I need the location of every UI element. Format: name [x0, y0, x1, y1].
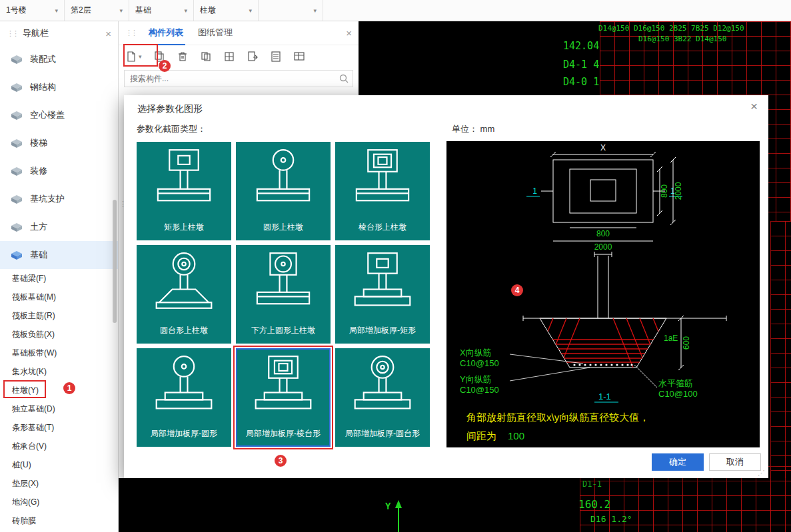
nav-item-label: 基坑支护: [30, 193, 65, 205]
component-search: [124, 70, 353, 87]
drag-handle-icon[interactable]: ⋮⋮: [7, 29, 17, 38]
nav-sub-strip-foundation[interactable]: 条形基础(T): [0, 418, 118, 437]
tile-thick-circle[interactable]: 局部增加板厚-圆形: [137, 348, 231, 447]
search-input[interactable]: [124, 70, 353, 87]
module-icon: [11, 194, 23, 204]
section-type-label: 参数化截面类型：: [137, 123, 206, 135]
nav-sub-label: 基础梁(F): [12, 273, 46, 284]
tile-label: 圆台形上柱墩: [160, 325, 208, 336]
tab-drawing-management[interactable]: 图纸管理: [196, 21, 235, 45]
svg-text:2000: 2000: [594, 242, 612, 252]
list-view-button[interactable]: [270, 51, 282, 63]
nav-sub-label: 筏板负筋(X): [12, 329, 55, 340]
grid-plus-icon: [223, 51, 235, 63]
thick-circle-icon: [147, 355, 221, 421]
component-select[interactable]: ▾: [259, 0, 323, 21]
nav-item-hollow-floor[interactable]: 空心楼盖: [0, 101, 118, 129]
tile-circle-pier[interactable]: 圆形上柱墩: [236, 142, 331, 240]
nav-sub-label: 独立基础(D): [12, 403, 55, 415]
attributes-button[interactable]: [293, 51, 305, 63]
annotation-box-column-pier: [3, 380, 46, 398]
nav-sub-pile[interactable]: 桩(U): [0, 455, 118, 474]
step-marker-4: 4: [511, 284, 523, 296]
chevron-down-icon: ▾: [249, 7, 252, 14]
module-icon: [11, 138, 23, 148]
tile-square-circle-pier[interactable]: 下方上圆形上柱墩: [236, 245, 331, 344]
duplicate-button[interactable]: [200, 51, 212, 63]
floor-select[interactable]: 第2层 ▾: [65, 0, 129, 21]
nav-item-decoration[interactable]: 装修: [0, 157, 118, 185]
nav-item-stairs[interactable]: 楼梯: [0, 129, 118, 157]
cad-grid-right-sliver: [770, 221, 791, 478]
chevron-down-icon: ▾: [119, 7, 123, 14]
close-icon[interactable]: ×: [750, 99, 758, 114]
list-icon: [270, 51, 282, 63]
cancel-button[interactable]: 取消: [709, 453, 761, 471]
svg-text:X: X: [600, 143, 606, 152]
nav-sub-label: 桩(U): [12, 459, 31, 471]
tile-frustum-pier[interactable]: 棱台形上柱墩: [335, 142, 430, 240]
nav-item-pit-support[interactable]: 基坑支护: [0, 185, 118, 213]
cad-dim-text: D14@150 D16@150 2B25 7B25 D12@150: [598, 24, 744, 33]
svg-text:Y向纵筋: Y向纵筋: [460, 374, 492, 384]
tile-cone-pier[interactable]: 圆台形上柱墩: [137, 245, 231, 344]
nav-sub-slab-band[interactable]: 基础板带(W): [0, 344, 118, 362]
nav-sub-foundation-beam[interactable]: 基础梁(F): [0, 269, 118, 288]
nav-item-earthwork[interactable]: 土方: [0, 213, 118, 241]
navigation-panel: ⋮⋮ 导航栏 × 装配式 钢结构 空心楼盖 楼梯 装修 基坑支护 土方 基础 基…: [0, 21, 119, 532]
resize-handle-icon[interactable]: ⋰: [758, 469, 765, 477]
svg-text:X向纵筋: X向纵筋: [460, 348, 492, 358]
thick-rect-icon: [346, 252, 419, 318]
export-button[interactable]: [247, 51, 259, 63]
tab-component-list[interactable]: 构件列表: [147, 21, 185, 45]
nav-item-label: 装配式: [30, 53, 56, 65]
store-button[interactable]: [223, 51, 235, 63]
circle-pier-icon: [247, 148, 320, 215]
nav-sub-brick-form[interactable]: 砖胎膜: [0, 511, 118, 530]
svg-text:1-1: 1-1: [598, 392, 611, 401]
thick-cone-icon: [346, 355, 419, 421]
element-select[interactable]: 柱墩 ▾: [194, 0, 259, 21]
nav-scrollbar-thumb[interactable]: [113, 200, 117, 323]
ok-button[interactable]: 确定: [652, 453, 704, 471]
close-icon[interactable]: ×: [346, 28, 352, 38]
tile-rect-pier[interactable]: 矩形上柱墩: [137, 142, 231, 240]
delete-component-button[interactable]: [177, 51, 189, 63]
cad-dim-text: 142.04: [563, 40, 599, 52]
cad-dim-text: D16 1.2°: [590, 514, 632, 524]
nav-sub-trench[interactable]: 地沟(G): [0, 493, 118, 511]
tile-label: 矩形上柱墩: [164, 222, 204, 233]
svg-text:1aE: 1aE: [664, 334, 678, 343]
nav-sub-raft-neg-rebar[interactable]: 筏板负筋(X): [0, 325, 118, 344]
nav-item-label: 空心楼盖: [30, 109, 65, 121]
building-select[interactable]: 1号楼 ▾: [0, 0, 65, 21]
tile-thick-rect[interactable]: 局部增加板厚-矩形: [335, 245, 430, 344]
module-icon: [11, 250, 23, 260]
square-circle-pier-icon: [247, 252, 320, 318]
top-toolbar: 1号楼 ▾ 第2层 ▾ 基础 ▾ 柱墩 ▾ ▾: [0, 0, 791, 21]
drag-handle-icon[interactable]: ⋮⋮: [125, 29, 136, 37]
nav-sub-pile-cap[interactable]: 桩承台(V): [0, 437, 118, 455]
nav-sub-cushion[interactable]: 垫层(X): [0, 474, 118, 493]
nav-sub-raft-foundation[interactable]: 筏板基础(M): [0, 288, 118, 306]
category-select[interactable]: 基础 ▾: [129, 0, 194, 21]
module-icon: [11, 55, 23, 65]
nav-item-foundation[interactable]: 基础: [0, 241, 118, 269]
tile-label: 局部增加板厚-圆台形: [345, 428, 420, 439]
navigation-title: 导航栏: [23, 27, 105, 39]
nav-item-steel[interactable]: 钢结构: [0, 73, 118, 101]
svg-text:600: 600: [682, 336, 691, 350]
cad-dim-text: D4-0 1: [563, 76, 599, 88]
nav-sub-independent-foundation[interactable]: 独立基础(D): [0, 399, 118, 418]
close-icon[interactable]: ×: [105, 29, 111, 39]
nav-sub-sump-pit[interactable]: 集水坑(K): [0, 362, 118, 381]
cad-dim-text: D1-1: [582, 479, 602, 489]
nav-sub-raft-main-rebar[interactable]: 筏板主筋(R): [0, 306, 118, 325]
module-icon: [11, 83, 23, 93]
dialog-title: 选择参数化图形: [137, 103, 203, 115]
nav-item-prefab[interactable]: 装配式: [0, 45, 118, 73]
nav-item-label: 楼梯: [30, 137, 47, 149]
tile-thick-cone[interactable]: 局部增加板厚-圆台形: [335, 348, 430, 447]
nav-item-label: 装修: [30, 165, 47, 177]
pier-section-drawing: X 1 1 800 2000 800 2000: [446, 141, 760, 447]
